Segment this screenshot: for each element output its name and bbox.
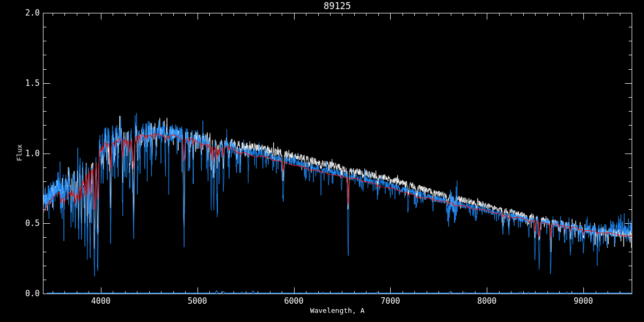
y-tick-label: 0.0 [13, 289, 40, 298]
x-tick-label: 7000 [373, 296, 407, 306]
plot-title: 89125 [43, 1, 632, 11]
x-axis-label: Wavelength, A [43, 306, 632, 314]
spectrum-plot-window: 89125 Wavelength, A Flux 400050006000700… [0, 0, 644, 322]
y-tick-label: 2.0 [13, 8, 40, 18]
y-tick-label: 1.5 [13, 78, 40, 88]
x-tick-label: 4000 [84, 296, 118, 306]
y-tick-label: 1.0 [13, 149, 40, 158]
x-tick-label: 8000 [470, 296, 504, 306]
x-tick-label: 5000 [180, 296, 215, 306]
x-tick-label: 6000 [277, 296, 311, 306]
plot-canvas [0, 0, 644, 322]
y-tick-label: 0.5 [13, 218, 40, 228]
x-tick-label: 9000 [566, 296, 601, 306]
